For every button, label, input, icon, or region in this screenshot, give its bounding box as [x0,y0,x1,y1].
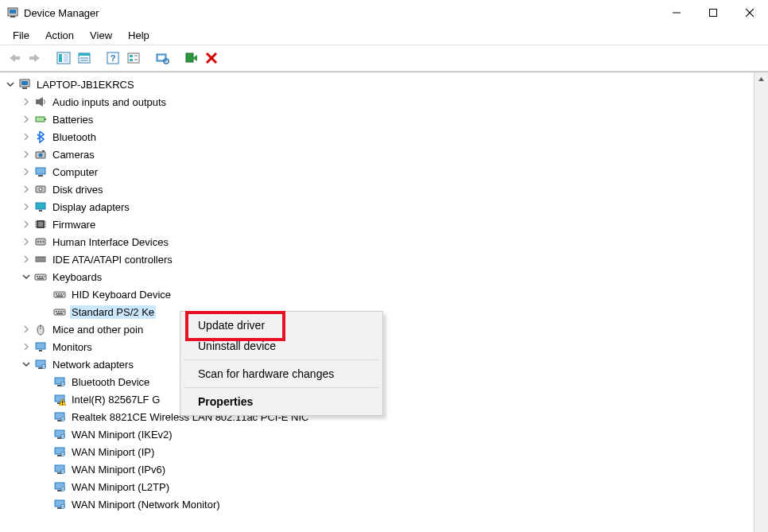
network-icon [33,358,48,371]
vertical-scrollbar[interactable] [754,72,768,532]
device-tree[interactable]: LAPTOP-JB1EKRCS Audio inputs and outputs… [0,72,754,532]
svg-rect-4 [710,10,717,17]
tree-category[interactable]: Disk drives [5,181,754,198]
nav-forward-button[interactable] [25,49,45,68]
tree-category[interactable]: Display adapters [5,198,754,216]
menu-file[interactable]: File [5,26,37,45]
speaker-icon [33,95,48,108]
tree-device[interactable]: WAN Miniport (IP) [5,443,754,460]
properties-button[interactable] [75,49,94,68]
tree-category-label: Disk drives [51,183,105,196]
tree-category[interactable]: Firmware [5,216,754,233]
tree-category[interactable]: Human Interface Devices [5,233,754,250]
svg-rect-19 [130,55,133,57]
tree-area: LAPTOP-JB1EKRCS Audio inputs and outputs… [0,72,768,532]
tree-category-label: IDE ATA/ATAPI controllers [51,253,174,266]
network-icon [52,463,67,476]
svg-rect-7 [14,56,20,60]
chevron-down-icon[interactable] [21,271,32,282]
tree-category-label: Cameras [51,148,96,161]
computer-icon [33,165,48,178]
chevron-right-icon[interactable] [21,236,32,247]
chevron-right-icon[interactable] [21,324,32,335]
chevron-right-icon[interactable] [21,341,32,352]
svg-rect-13 [79,53,90,56]
tree-device-label: Intel(R) 82567LF G [70,393,161,406]
svg-rect-18 [128,53,139,63]
mouse-icon [33,323,48,336]
ctx-properties[interactable]: Properties [182,391,381,412]
svg-rect-11 [64,54,68,62]
bluetooth-icon [33,130,48,143]
camera-icon [33,148,48,161]
chevron-right-icon[interactable] [21,114,32,125]
chevron-right-icon[interactable] [21,131,32,142]
chevron-right-icon[interactable] [21,201,32,212]
tree-category[interactable]: Audio inputs and outputs [5,93,754,111]
update-driver-button[interactable] [181,49,200,68]
tree-device-label: WAN Miniport (IPv6) [70,463,167,476]
chevron-right-icon[interactable] [21,254,32,265]
tree-category[interactable]: Bluetooth [5,128,754,146]
chevron-right-icon[interactable] [21,149,32,160]
svg-rect-2 [10,16,15,17]
chevron-right-icon[interactable] [21,184,32,195]
tree-category-label: Computer [51,165,99,179]
menu-help[interactable]: Help [120,26,157,45]
menu-action[interactable]: Action [37,26,82,45]
show-hide-tree-button[interactable] [54,49,73,68]
network-icon [52,445,67,458]
ctx-update-driver[interactable]: Update driver [182,315,381,336]
tree-device[interactable]: WAN Miniport (L2TP) [5,478,754,495]
tree-device[interactable]: HID Keyboard Device [5,285,754,303]
firmware-icon [33,218,48,231]
tree-category-label: Human Interface Devices [51,235,170,249]
scan-hardware-button[interactable] [153,49,172,68]
scroll-up-arrow-icon[interactable] [754,72,768,86]
tree-device[interactable]: WAN Miniport (IKEv2) [5,425,754,443]
tree-device[interactable]: WAN Miniport (Network Monitor) [5,495,754,513]
tree-category-label: Mice and other poin [51,323,145,336]
uninstall-device-button[interactable] [202,49,221,68]
context-menu: Update driver Uninstall device Scan for … [180,311,383,416]
svg-rect-24 [158,56,165,60]
help-button[interactable]: ? [103,49,122,68]
network-icon [52,480,67,493]
device-manager-window: Device Manager File Action View Help ? [0,0,768,532]
keyboard-icon [52,305,67,318]
tree-device-label: HID Keyboard Device [70,288,173,301]
ctx-uninstall[interactable]: Uninstall device [182,336,381,356]
minimize-button[interactable] [658,0,695,25]
tree-category[interactable]: Cameras [5,146,754,163]
menubar: File Action View Help [0,25,768,45]
svg-rect-26 [186,53,193,62]
menu-view[interactable]: View [82,26,120,45]
chevron-down-icon[interactable] [21,359,32,370]
tree-device-label: Standard PS/2 Ke [70,305,156,319]
tree-category[interactable]: Keyboards [5,268,754,285]
tree-root[interactable]: LAPTOP-JB1EKRCS [5,76,754,93]
window-title: Device Manager [24,7,99,19]
disk-icon [33,183,48,196]
keyboard-icon [33,270,48,283]
chevron-right-icon[interactable] [21,96,32,107]
tree-category[interactable]: IDE ATA/ATAPI controllers [5,250,754,268]
ctx-scan-hardware[interactable]: Scan for hardware changes [182,363,381,384]
ctx-separator [184,387,379,388]
nav-back-button[interactable] [5,49,24,68]
maximize-button[interactable] [695,0,731,25]
tree-category[interactable]: Computer [5,163,754,181]
ctx-separator [184,359,379,360]
network-icon [52,498,67,511]
chevron-right-icon[interactable] [21,219,32,230]
close-button[interactable] [731,0,768,25]
tree-device[interactable]: WAN Miniport (IPv6) [5,460,754,478]
network-icon [52,375,67,388]
action-list-button[interactable] [124,49,143,68]
hid-icon [33,235,48,248]
tree-category[interactable]: Batteries [5,111,754,128]
tree-category-label: Network adapters [51,358,135,371]
network-icon [52,410,67,423]
chevron-down-icon[interactable] [5,79,16,90]
chevron-right-icon[interactable] [21,166,32,177]
